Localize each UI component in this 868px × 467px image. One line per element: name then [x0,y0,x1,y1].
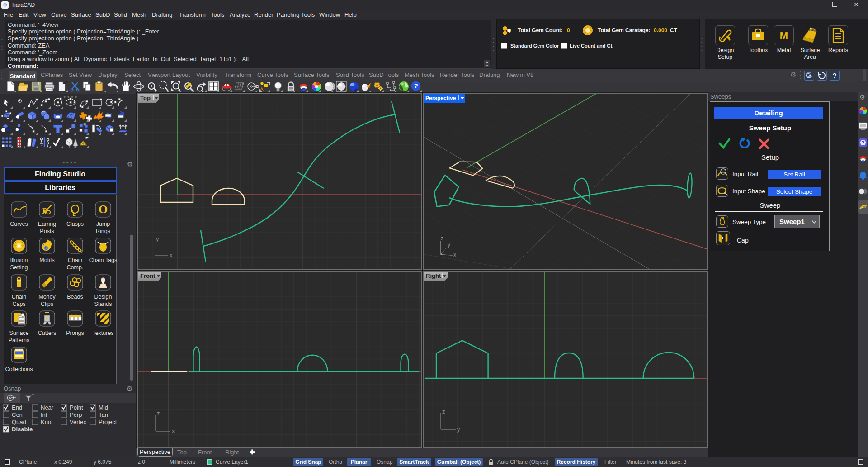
svg-text:Quad: Quad [12,419,26,425]
svg-text:?: ? [862,140,865,145]
svg-text:?: ? [414,82,418,90]
svg-text:Mid: Mid [99,404,108,411]
svg-text:Int: Int [41,411,47,418]
svg-text:Caps: Caps [12,301,25,307]
svg-text:Cutters: Cutters [38,330,56,336]
svg-text:Clasps: Clasps [66,221,84,227]
svg-text:Area: Area [809,28,816,31]
svg-text:Tan: Tan [99,411,108,418]
svg-text:Cen: Cen [12,411,23,418]
svg-text:Perp: Perp [70,411,82,418]
svg-text:z: z [442,408,445,415]
svg-text:Surface: Surface [9,330,28,336]
svg-text:x: x [170,252,173,258]
svg-text:End: End [12,404,22,411]
svg-text:Vertex: Vertex [70,419,86,425]
svg-text:x: x [172,428,175,434]
svg-text:z: z [441,235,443,242]
svg-text:Knot: Knot [41,419,53,425]
svg-text:Stands: Stands [94,301,112,307]
svg-text:x: x [453,252,456,258]
svg-text:Textures: Textures [92,330,113,336]
svg-text:Motifs: Motifs [39,257,54,263]
svg-text:Project: Project [99,419,117,425]
svg-text:Setting: Setting [10,264,28,271]
svg-text:Collections: Collections [5,366,33,372]
svg-text:Earring: Earring [38,221,56,227]
svg-text:Chain: Chain [68,257,83,263]
svg-text:y: y [457,426,460,433]
svg-text:Posts: Posts [40,228,54,234]
svg-text:y: y [156,235,159,242]
svg-text:Rings: Rings [96,228,110,234]
svg-text:Disable: Disable [12,426,33,433]
svg-text:Point: Point [70,404,83,411]
svg-text:M: M [780,30,788,41]
svg-text:y: y [448,242,450,248]
svg-text:Chain Tags: Chain Tags [89,257,117,263]
svg-text:Patterns: Patterns [9,337,30,343]
svg-text:Beads: Beads [67,294,83,300]
svg-text:Illusion: Illusion [10,257,28,263]
svg-text:Comp.: Comp. [67,264,84,271]
svg-text:Clips: Clips [41,301,53,307]
svg-text:Near: Near [41,404,54,411]
svg-text:Chain: Chain [12,294,27,300]
svg-text:Curves: Curves [10,221,28,227]
svg-text:z: z [157,410,160,417]
svg-text:Jump: Jump [96,221,110,227]
svg-text:O: O [99,203,108,216]
svg-text:Money: Money [38,294,56,300]
svg-text:Design: Design [94,294,112,300]
svg-text:Prongs: Prongs [66,330,84,336]
